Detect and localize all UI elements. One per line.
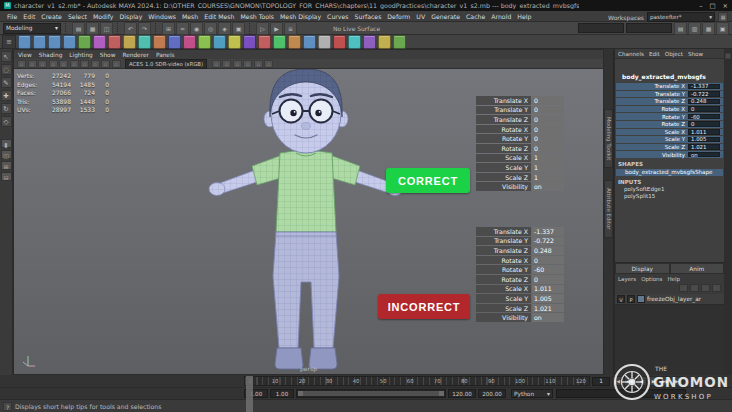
channel-box-menu-item[interactable]: Object: [665, 51, 683, 57]
menu-item[interactable]: Display: [117, 13, 146, 20]
animation-end-field[interactable]: 200.00: [478, 389, 506, 398]
vp-resolution-gate-icon[interactable]: ▫: [38, 60, 47, 68]
selected-node-name[interactable]: body_extracted_mvbsgfs: [615, 72, 724, 80]
ipr-render-icon[interactable]: ▶: [270, 22, 283, 35]
select-tool-icon[interactable]: ↖: [1, 51, 12, 62]
collapsed-panel-tab[interactable]: Attribute Editor: [604, 180, 613, 237]
shelf-tool-icon[interactable]: [243, 35, 256, 49]
shelf-tool-icon[interactable]: [333, 35, 346, 49]
shelf-poly-torus-icon[interactable]: [93, 35, 106, 49]
save-scene-icon[interactable]: ◫: [100, 22, 113, 35]
shelf-tool-icon[interactable]: [393, 35, 406, 49]
vp-safe-title-icon[interactable]: ▫: [80, 60, 89, 68]
snap-view-plane-icon[interactable]: ▣: [232, 22, 245, 35]
menu-item[interactable]: Edit: [20, 13, 38, 20]
layer-editor-menu-item[interactable]: Layers: [618, 276, 636, 282]
shelf-poly-cylinder-icon[interactable]: [48, 35, 61, 49]
lasso-tool-icon[interactable]: ◌: [1, 64, 12, 75]
range-start-handle[interactable]: [298, 391, 303, 396]
channel-row[interactable]: Translate Z 0.248: [616, 98, 723, 105]
channel-row[interactable]: Rotate Y -60: [616, 113, 723, 120]
channel-row[interactable]: Scale Y 1.005: [616, 136, 723, 143]
snap-grid-icon[interactable]: ⊞: [162, 22, 175, 35]
shelf-poly-cone-icon[interactable]: [63, 35, 76, 49]
input-node-item[interactable]: polySplit15: [615, 193, 724, 200]
move-layer-up-icon[interactable]: [701, 284, 710, 292]
vp-field-chart-icon[interactable]: ▫: [59, 60, 68, 68]
shelf-tool-icon[interactable]: [108, 35, 121, 49]
shelf-poly-sphere-icon[interactable]: [18, 35, 31, 49]
current-frame-marker[interactable]: [246, 376, 253, 412]
channel-box-menu-item[interactable]: Edit: [649, 51, 660, 57]
menu-item[interactable]: Mesh: [179, 13, 201, 20]
channel-box-toggle-icon[interactable]: ▦: [702, 22, 715, 35]
layer-editor-tab[interactable]: Anim: [670, 263, 725, 274]
colorspace-dropdown[interactable]: ACES 1.0 SDR-video (sRGB): [125, 59, 207, 69]
shelf-tool-icon[interactable]: [168, 35, 181, 49]
layout-two-pane-icon[interactable]: ◫: [1, 150, 12, 159]
viewport-menu-item[interactable]: Show: [100, 52, 116, 58]
snap-curve-icon[interactable]: ≈: [176, 22, 189, 35]
menu-item[interactable]: Cache: [463, 13, 488, 20]
input-line-field[interactable]: [626, 23, 672, 33]
viewport-menu-item[interactable]: Panels: [156, 52, 175, 58]
vp-gate-mask-icon[interactable]: ▫: [49, 60, 58, 68]
shelf-tool-icon[interactable]: [198, 35, 211, 49]
viewport-menu-item[interactable]: Shading: [39, 52, 63, 58]
shelf-tool-icon[interactable]: [183, 35, 196, 49]
shelf-tool-icon[interactable]: [378, 35, 391, 49]
menu-item[interactable]: Edit Mesh: [201, 13, 237, 20]
playback-start-field[interactable]: 1.00: [270, 389, 294, 398]
channel-row[interactable]: Rotate X 0: [616, 106, 723, 113]
menu-item[interactable]: Surfaces: [352, 13, 385, 20]
shelf-tool-icon[interactable]: [153, 35, 166, 49]
menu-item[interactable]: Deform: [384, 13, 413, 20]
shelf-tool-icon[interactable]: [228, 35, 241, 49]
layer-color-swatch[interactable]: [637, 295, 645, 303]
vp-hud-icon[interactable]: ▫: [101, 60, 110, 68]
channel-row[interactable]: Visibility on: [616, 151, 723, 158]
layer-row[interactable]: V P freezeObj_layer_ar: [615, 294, 724, 305]
tool-settings-toggle-icon[interactable]: ▥: [688, 22, 701, 35]
menu-item[interactable]: Help: [514, 13, 534, 20]
viewport-panel[interactable]: ViewShadingLightingShowRendererPanels ▫▫…: [13, 49, 604, 375]
shelf-tool-icon[interactable]: [213, 35, 226, 49]
menu-item[interactable]: Mesh Display: [277, 13, 324, 20]
menu-item[interactable]: UV: [413, 13, 428, 20]
paint-select-tool-icon[interactable]: ✎: [1, 77, 12, 88]
menu-item[interactable]: Generate: [428, 13, 463, 20]
channel-box-menu-item[interactable]: Channels: [618, 51, 644, 57]
layer-playback-toggle[interactable]: P: [627, 295, 635, 303]
shelf-tool-icon[interactable]: [363, 35, 376, 49]
layer-editor-tab[interactable]: Display: [615, 263, 670, 274]
move-tool-icon[interactable]: ✚: [1, 90, 12, 101]
menu-item[interactable]: Windows: [145, 13, 179, 20]
selection-mask-field[interactable]: [578, 23, 624, 33]
layer-editor-menu-item[interactable]: Options: [641, 276, 662, 282]
shelf-tool-icon[interactable]: [288, 35, 301, 49]
shelf-tool-icon[interactable]: [123, 35, 136, 49]
time-slider[interactable]: 1102030405060708090100110120: [244, 376, 590, 386]
snap-point-icon[interactable]: ◉: [190, 22, 203, 35]
range-slider[interactable]: [296, 389, 446, 398]
vp-shadows-icon[interactable]: ▫: [222, 60, 231, 68]
open-scene-icon[interactable]: ▦: [86, 22, 99, 35]
maximize-button[interactable]: □: [709, 2, 715, 10]
collapsed-panel-tab[interactable]: Modeling Toolkit: [604, 109, 613, 168]
layer-editor-menu-item[interactable]: Help: [667, 276, 680, 282]
channel-row[interactable]: Scale Z 1.021: [616, 144, 723, 151]
menu-item[interactable]: Arnold: [488, 13, 514, 20]
panel-handle-icon[interactable]: [725, 53, 731, 59]
range-end-handle[interactable]: [439, 391, 444, 396]
vp-camera-icon[interactable]: ▫: [17, 60, 26, 68]
redo-icon[interactable]: ↷: [138, 22, 151, 35]
channel-row[interactable]: Scale X 1.011: [616, 129, 723, 136]
modeling-toolkit-toggle-icon[interactable]: ▣: [716, 22, 729, 35]
layout-single-pane-icon[interactable]: ▮: [1, 139, 12, 148]
shelf-tab-selector[interactable]: ≡: [2, 35, 16, 49]
range-slider-bar[interactable]: [298, 391, 444, 396]
attribute-editor-toggle-icon[interactable]: ▤: [674, 22, 687, 35]
menu-item[interactable]: Select: [65, 13, 90, 20]
new-scene-icon[interactable]: ▤: [72, 22, 85, 35]
workspace-dropdown[interactable]: pasteefter* ▾: [647, 12, 715, 22]
